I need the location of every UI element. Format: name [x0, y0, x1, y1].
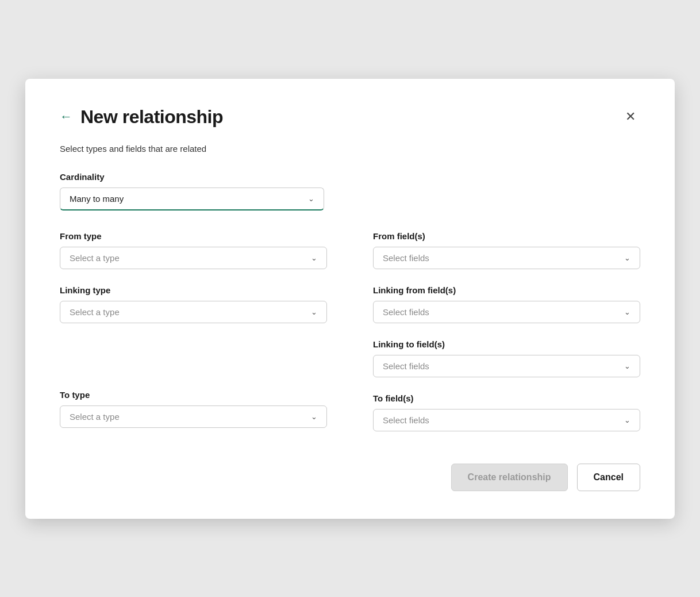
linking-from-fields-dropdown[interactable]: Select fields ⌄ [373, 301, 640, 323]
linking-from-fields-group: Linking from field(s) Select fields ⌄ [373, 285, 640, 323]
cancel-button[interactable]: Cancel [577, 464, 640, 491]
cardinality-label: Cardinality [60, 172, 640, 182]
subtitle-text: Select types and fields that are related [60, 144, 640, 154]
cardinality-select-wrapper: Many to many ⌄ [60, 187, 324, 211]
from-type-group: From type Select a type ⌄ [60, 231, 327, 269]
to-fields-group: To field(s) Select fields ⌄ [373, 393, 640, 431]
to-type-label: To type [60, 390, 327, 400]
from-fields-chevron-icon: ⌄ [624, 254, 630, 262]
linking-from-fields-chevron-icon: ⌄ [624, 308, 630, 316]
linking-to-fields-group: Linking to field(s) Select fields ⌄ [373, 339, 640, 377]
to-fields-placeholder: Select fields [383, 415, 429, 425]
to-type-select-wrapper: Select a type ⌄ [60, 405, 327, 428]
from-type-chevron-icon: ⌄ [311, 254, 317, 262]
footer-row: Create relationship Cancel [60, 464, 640, 491]
linking-from-fields-select-wrapper: Select fields ⌄ [373, 301, 640, 323]
cardinality-chevron-icon: ⌄ [308, 194, 314, 203]
to-fields-select-wrapper: Select fields ⌄ [373, 409, 640, 431]
from-fields-label: From field(s) [373, 231, 640, 241]
fields-grid: From type Select a type ⌄ Linking type S… [60, 231, 640, 447]
linking-to-fields-placeholder: Select fields [383, 361, 429, 371]
to-fields-chevron-icon: ⌄ [624, 416, 630, 424]
from-fields-dropdown[interactable]: Select fields ⌄ [373, 247, 640, 269]
to-type-chevron-icon: ⌄ [311, 412, 317, 421]
right-column: From field(s) Select fields ⌄ Linking fr… [373, 231, 640, 447]
from-type-dropdown[interactable]: Select a type ⌄ [60, 247, 327, 269]
linking-from-fields-placeholder: Select fields [383, 307, 429, 317]
title-group: ← New relationship [60, 106, 223, 128]
left-spacer [60, 339, 327, 390]
linking-type-dropdown[interactable]: Select a type ⌄ [60, 301, 327, 323]
linking-type-chevron-icon: ⌄ [311, 308, 317, 316]
linking-to-fields-select-wrapper: Select fields ⌄ [373, 355, 640, 377]
page-title: New relationship [80, 106, 223, 128]
from-type-placeholder: Select a type [70, 253, 120, 263]
cardinality-section: Cardinality Many to many ⌄ [60, 172, 640, 211]
modal-container: ← New relationship ✕ Select types and fi… [25, 79, 675, 519]
linking-type-group: Linking type Select a type ⌄ [60, 285, 327, 323]
cardinality-value: Many to many [70, 194, 124, 204]
from-fields-placeholder: Select fields [383, 253, 429, 263]
to-type-dropdown[interactable]: Select a type ⌄ [60, 405, 327, 428]
from-type-label: From type [60, 231, 327, 241]
close-button[interactable]: ✕ [621, 108, 640, 125]
linking-from-fields-label: Linking from field(s) [373, 285, 640, 295]
to-fields-label: To field(s) [373, 393, 640, 403]
linking-to-fields-dropdown[interactable]: Select fields ⌄ [373, 355, 640, 377]
from-fields-group: From field(s) Select fields ⌄ [373, 231, 640, 269]
linking-type-select-wrapper: Select a type ⌄ [60, 301, 327, 323]
modal-overlay: ← New relationship ✕ Select types and fi… [0, 0, 700, 597]
create-relationship-button[interactable]: Create relationship [451, 464, 568, 491]
modal-header: ← New relationship ✕ [60, 106, 640, 128]
linking-type-placeholder: Select a type [70, 307, 120, 317]
to-fields-dropdown[interactable]: Select fields ⌄ [373, 409, 640, 431]
linking-type-label: Linking type [60, 285, 327, 295]
to-type-placeholder: Select a type [70, 412, 120, 422]
to-type-group: To type Select a type ⌄ [60, 390, 327, 428]
from-type-select-wrapper: Select a type ⌄ [60, 247, 327, 269]
linking-to-fields-chevron-icon: ⌄ [624, 362, 630, 370]
from-fields-select-wrapper: Select fields ⌄ [373, 247, 640, 269]
cardinality-dropdown[interactable]: Many to many ⌄ [60, 187, 324, 211]
back-button[interactable]: ← [60, 109, 72, 124]
left-column: From type Select a type ⌄ Linking type S… [60, 231, 327, 447]
linking-to-fields-label: Linking to field(s) [373, 339, 640, 349]
